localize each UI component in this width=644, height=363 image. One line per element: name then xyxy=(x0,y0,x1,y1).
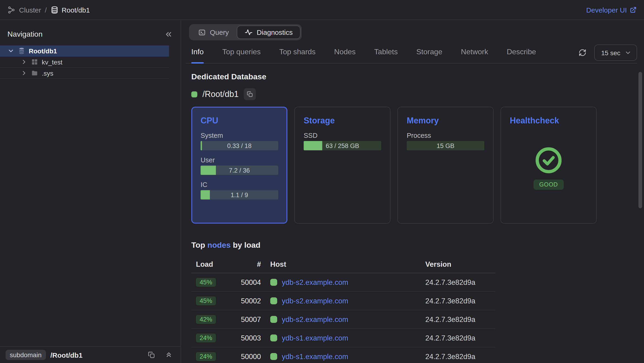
view-switcher: Query Diagnostics xyxy=(189,24,302,40)
tab-query[interactable]: Query xyxy=(190,25,237,39)
tab-query-label: Query xyxy=(210,28,229,36)
node-version: 24.2.7.3e82d9a xyxy=(425,315,496,324)
terminal-icon xyxy=(198,28,206,36)
healthcheck-card[interactable]: Healthcheck GOOD xyxy=(500,107,597,224)
host-link[interactable]: ydb-s1.example.com xyxy=(282,334,348,342)
topbar: Cluster / Root/db1 Developer UI xyxy=(0,0,644,20)
refresh-interval-select[interactable]: 15 sec xyxy=(594,44,637,61)
database-icon xyxy=(18,47,25,54)
app-body: Navigation xyxy=(0,20,644,363)
collapse-sidebar-icon[interactable] xyxy=(165,31,172,38)
table-header-row: Load # Host Version xyxy=(191,256,496,273)
memory-card[interactable]: Memory Process 15 GB xyxy=(398,107,494,224)
refresh-interval-value: 15 sec xyxy=(601,49,620,56)
node-id: 50007 xyxy=(233,315,261,324)
ydb-app: Cluster / Root/db1 Developer UI xyxy=(0,0,644,363)
top-nodes-title: Top nodes by load xyxy=(191,241,644,250)
host-link[interactable]: ydb-s1.example.com xyxy=(282,352,348,361)
table-row: 24% 50000 ydb-s1.example.com 24.2.7.3e82… xyxy=(191,348,496,363)
breadcrumb-cluster-label: Cluster xyxy=(19,6,41,14)
vertical-scrollbar[interactable] xyxy=(638,72,642,208)
sidebar-title: Navigation xyxy=(8,30,42,38)
external-link-icon xyxy=(630,6,636,13)
pulse-icon xyxy=(245,28,252,36)
cpu-card[interactable]: CPU System 0.33 / 18 User xyxy=(191,107,288,224)
node-status-dot xyxy=(270,316,277,323)
tab-storage[interactable]: Storage xyxy=(416,42,442,63)
node-status-dot xyxy=(270,353,277,360)
breadcrumb: Cluster / Root/db1 xyxy=(8,6,90,14)
database-icon xyxy=(50,6,58,14)
schema-tree: Root/db1 kv_test xyxy=(0,45,169,346)
sidebar-footer: subdomain /Root/db1 xyxy=(0,346,180,363)
metric-cards: CPU System 0.33 / 18 User xyxy=(191,107,644,224)
table-row: 45% 50004 ydb-s2.example.com 24.2.7.3e82… xyxy=(191,273,496,292)
cpu-system-metric: System 0.33 / 18 xyxy=(200,132,278,150)
top-nodes-table: Load # Host Version 45% 50004 ydb-s2.exa… xyxy=(191,256,496,363)
tree-item-kv-test[interactable]: kv_test xyxy=(0,57,169,68)
chevron-right-icon[interactable] xyxy=(20,70,27,76)
breadcrumb-database[interactable]: Root/db1 xyxy=(50,6,90,14)
breadcrumb-separator: / xyxy=(45,6,47,14)
tree-item-root-db1[interactable]: Root/db1 xyxy=(0,45,169,57)
node-version: 24.2.7.3e82d9a xyxy=(425,278,496,287)
tab-nodes[interactable]: Nodes xyxy=(334,42,356,63)
col-header-host: Host xyxy=(261,260,425,269)
tab-describe[interactable]: Describe xyxy=(507,42,536,63)
table-grid-icon xyxy=(31,58,38,65)
load-badge: 45% xyxy=(196,297,216,305)
host-link[interactable]: ydb-s2.example.com xyxy=(282,278,348,287)
breadcrumb-cluster[interactable]: Cluster xyxy=(8,6,41,14)
database-path: /Root/db1 xyxy=(202,89,239,99)
tab-network[interactable]: Network xyxy=(461,42,488,63)
circle-check-icon xyxy=(535,147,562,173)
sidebar-header: Navigation xyxy=(0,20,180,38)
database-type-title: Dedicated Database xyxy=(191,72,644,82)
chevron-down-icon[interactable] xyxy=(8,48,14,54)
host-link[interactable]: ydb-s2.example.com xyxy=(282,315,348,324)
folder-icon xyxy=(31,70,38,76)
tree-item-sys[interactable]: .sys xyxy=(0,68,169,79)
memory-card-title: Memory xyxy=(407,116,484,126)
node-status-dot xyxy=(270,279,277,286)
info-panel: Dedicated Database /Root/db1 CPU Sys xyxy=(181,72,644,363)
tab-info[interactable]: Info xyxy=(191,42,204,63)
database-path-row: /Root/db1 xyxy=(191,88,644,100)
col-header-id: # xyxy=(233,260,261,269)
tab-tablets[interactable]: Tablets xyxy=(374,42,398,63)
copy-icon[interactable] xyxy=(148,351,155,359)
cpu-ic-bar: 1.1 / 9 xyxy=(200,190,278,199)
chevron-down-icon xyxy=(625,50,631,56)
cpu-system-bar: 0.33 / 18 xyxy=(200,141,278,150)
tree-item-label: Root/db1 xyxy=(29,47,57,54)
copy-icon[interactable] xyxy=(244,88,256,100)
storage-card[interactable]: Storage SSD 63 / 258 GB xyxy=(294,107,390,224)
col-header-load: Load xyxy=(191,260,233,269)
refresh-icon[interactable] xyxy=(578,49,586,57)
cpu-ic-metric: IC 1.1 / 9 xyxy=(200,181,278,199)
developer-ui-link[interactable]: Developer UI xyxy=(586,6,636,14)
table-row: 24% 50003 ydb-s1.example.com 24.2.7.3e82… xyxy=(191,329,496,348)
cluster-icon xyxy=(8,6,15,14)
storage-ssd-bar: 63 / 258 GB xyxy=(304,141,381,150)
chevron-right-icon[interactable] xyxy=(20,59,27,65)
storage-card-title: Storage xyxy=(304,116,381,126)
node-id: 50004 xyxy=(233,278,261,287)
healthcheck-card-title: Healthcheck xyxy=(510,116,587,126)
nodes-link[interactable]: nodes xyxy=(207,241,230,250)
double-chevron-up-icon[interactable] xyxy=(165,352,172,358)
cpu-user-bar: 7.2 / 36 xyxy=(200,166,278,175)
tab-top-queries[interactable]: Top queries xyxy=(222,42,260,63)
navigation-sidebar: Navigation xyxy=(0,20,181,363)
cpu-card-title: CPU xyxy=(200,116,278,126)
tab-diagnostics[interactable]: Diagnostics xyxy=(237,25,301,39)
load-badge: 42% xyxy=(196,315,216,324)
footer-path: /Root/db1 xyxy=(50,351,82,359)
col-header-version: Version xyxy=(425,260,496,269)
tab-top-shards[interactable]: Top shards xyxy=(279,42,316,63)
tab-diagnostics-label: Diagnostics xyxy=(257,28,293,36)
diagnostics-tabs: Info Top queries Top shards Nodes Tablet… xyxy=(186,42,637,63)
node-version: 24.2.7.3e82d9a xyxy=(425,352,496,361)
host-link[interactable]: ydb-s2.example.com xyxy=(282,297,348,305)
node-status-dot xyxy=(270,297,277,304)
